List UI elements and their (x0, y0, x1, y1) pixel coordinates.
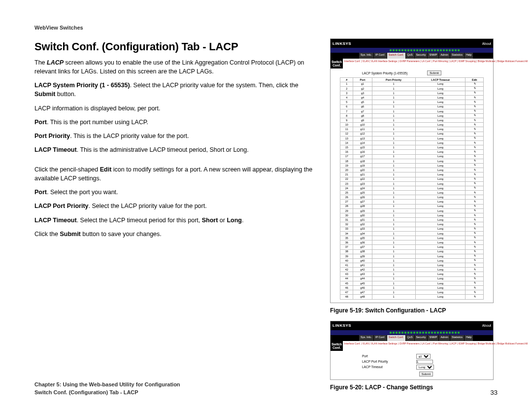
tab-security[interactable]: Security (415, 53, 428, 59)
edit-icon[interactable]: ✎ (466, 286, 484, 290)
edit-icon[interactable]: ✎ (466, 236, 484, 240)
edit-icon[interactable]: ✎ (466, 113, 484, 118)
edit-icon[interactable]: ✎ (466, 172, 484, 177)
led-icon (416, 49, 418, 51)
edit-icon[interactable]: ✎ (466, 100, 484, 104)
cell-timeout: Long (415, 177, 466, 181)
about-link[interactable]: About (482, 324, 491, 327)
edit-icon[interactable]: ✎ (466, 268, 484, 272)
edit-icon[interactable]: ✎ (466, 240, 484, 245)
priority-input[interactable] (416, 360, 433, 364)
port-select[interactable]: g1 (416, 354, 431, 359)
led-icon (390, 332, 392, 334)
edit-icon[interactable]: ✎ (466, 132, 484, 136)
cell-port: g27 (353, 200, 372, 204)
edit-icon[interactable]: ✎ (466, 127, 484, 132)
cell-timeout: Long (415, 231, 466, 236)
cell-priority: 1 (372, 213, 415, 218)
submit-button[interactable]: Submit (427, 70, 441, 75)
edit-icon[interactable]: ✎ (466, 82, 484, 86)
edit-icon[interactable]: ✎ (466, 186, 484, 190)
edit-icon[interactable]: ✎ (466, 281, 484, 285)
edit-icon[interactable]: ✎ (466, 231, 484, 236)
edit-icon[interactable]: ✎ (466, 218, 484, 222)
table-row: 21g211Long✎ (340, 172, 484, 177)
cell-priority: 1 (372, 181, 415, 186)
cell-port: g47 (353, 290, 372, 295)
subtab-links[interactable]: Interface Conf. | VLAN | VLAN Interface … (343, 59, 529, 68)
tab-sys-info[interactable]: Sys. Info. (359, 53, 374, 59)
edit-icon[interactable]: ✎ (466, 177, 484, 181)
edit-icon[interactable]: ✎ (466, 136, 484, 140)
edit-icon[interactable]: ✎ (466, 104, 484, 109)
edit-icon[interactable]: ✎ (466, 191, 484, 195)
cell-timeout: Long (415, 91, 466, 95)
edit-icon[interactable]: ✎ (466, 254, 484, 258)
edit-icon[interactable]: ✎ (466, 141, 484, 145)
edit-icon[interactable]: ✎ (466, 295, 484, 299)
edit-icon[interactable]: ✎ (466, 195, 484, 200)
edit-icon[interactable]: ✎ (466, 263, 484, 268)
cell-num: 41 (340, 263, 353, 268)
edit-icon[interactable]: ✎ (466, 154, 484, 159)
tab-ip-conf[interactable]: IP Conf. (374, 53, 387, 59)
tab-sys-info[interactable]: Sys. Info. (359, 335, 374, 341)
edit-icon[interactable]: ✎ (466, 159, 484, 163)
tab-statistics[interactable]: Statistics (450, 335, 465, 341)
subtab-links[interactable]: Interface Conf. | VLAN | VLAN Interface … (343, 341, 529, 351)
edit-icon[interactable]: ✎ (466, 208, 484, 213)
edit-icon[interactable]: ✎ (466, 181, 484, 186)
timeout-select[interactable]: Long (416, 365, 434, 370)
cell-priority: 1 (372, 127, 415, 132)
edit-icon[interactable]: ✎ (466, 163, 484, 168)
edit-icon[interactable]: ✎ (466, 290, 484, 295)
cell-timeout: Long (415, 208, 466, 213)
edit-icon[interactable]: ✎ (466, 123, 484, 127)
about-link[interactable]: About (482, 42, 491, 45)
edit-icon[interactable]: ✎ (466, 276, 484, 281)
cell-priority: 1 (372, 141, 415, 145)
submit-button[interactable]: Submit (419, 372, 433, 377)
edit-icon[interactable]: ✎ (466, 96, 484, 100)
led-icon (443, 49, 445, 51)
cell-port: g26 (353, 195, 372, 200)
tab-admin[interactable]: Admin (439, 335, 450, 341)
tab-qos[interactable]: QoS (406, 335, 415, 341)
tab-ip-conf[interactable]: IP Conf. (374, 335, 387, 341)
cell-num: 33 (340, 227, 353, 231)
cell-timeout: Long (415, 96, 466, 100)
edit-icon[interactable]: ✎ (466, 145, 484, 150)
edit-icon[interactable]: ✎ (466, 258, 484, 263)
edit-icon[interactable]: ✎ (466, 213, 484, 218)
tab-qos[interactable]: QoS (406, 53, 415, 59)
cell-port: g43 (353, 272, 372, 276)
edit-icon[interactable]: ✎ (466, 150, 484, 154)
edit-icon[interactable]: ✎ (466, 222, 484, 227)
cell-port: g23 (353, 181, 372, 186)
edit-icon[interactable]: ✎ (466, 204, 484, 208)
tab-switch-conf[interactable]: Switch Conf. (387, 53, 406, 59)
cell-num: 46 (340, 286, 353, 290)
edit-icon[interactable]: ✎ (466, 227, 484, 231)
edit-icon[interactable]: ✎ (466, 200, 484, 204)
edit-icon[interactable]: ✎ (466, 249, 484, 254)
cell-priority: 1 (372, 295, 415, 299)
cell-num: 13 (340, 136, 353, 140)
table-row: 38g381Long✎ (340, 249, 484, 254)
edit-icon[interactable]: ✎ (466, 109, 484, 113)
edit-icon[interactable]: ✎ (466, 91, 484, 95)
tab-snmp[interactable]: SNMP (428, 53, 439, 59)
edit-icon[interactable]: ✎ (466, 245, 484, 249)
tab-help[interactable]: Help (465, 53, 473, 59)
tab-admin[interactable]: Admin (439, 53, 450, 59)
tab-help[interactable]: Help (465, 335, 473, 341)
tab-statistics[interactable]: Statistics (450, 53, 465, 59)
tab-snmp[interactable]: SNMP (428, 335, 439, 341)
tab-switch-conf[interactable]: Switch Conf. (387, 335, 406, 341)
table-row: 41g411Long✎ (340, 263, 484, 268)
edit-icon[interactable]: ✎ (466, 86, 484, 91)
edit-icon[interactable]: ✎ (466, 118, 484, 123)
edit-icon[interactable]: ✎ (466, 272, 484, 276)
tab-security[interactable]: Security (415, 335, 428, 341)
edit-icon[interactable]: ✎ (466, 168, 484, 172)
